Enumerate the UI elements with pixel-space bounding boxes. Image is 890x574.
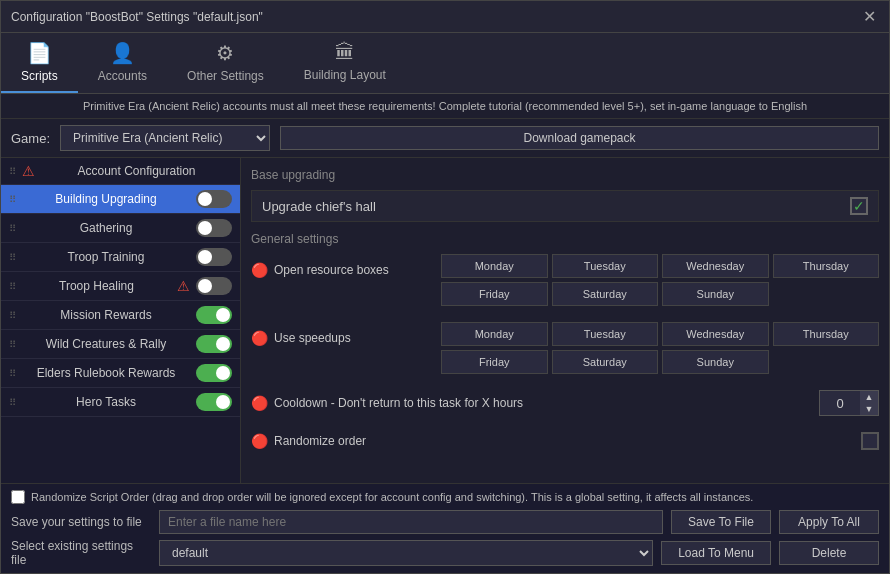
day-empty-speedup: [773, 350, 880, 374]
drag-handle-icon: ⠿: [9, 223, 16, 234]
elders-rulebook-toggle[interactable]: [196, 364, 232, 382]
randomize-script-row: Randomize Script Order (drag and drop or…: [11, 490, 879, 504]
tab-scripts[interactable]: 📄 Scripts: [1, 33, 78, 93]
day-friday-speedup[interactable]: Friday: [441, 350, 548, 374]
drag-handle-icon: ⠿: [9, 166, 16, 177]
speedups-icon: 🔴: [251, 330, 268, 346]
cooldown-input-group: ▲ ▼: [819, 390, 879, 416]
account-config-label: Account Configuration: [41, 164, 232, 178]
tab-accounts-label: Accounts: [98, 69, 147, 83]
apply-to-all-button[interactable]: Apply To All: [779, 510, 879, 534]
resource-boxes-days-row1: Monday Tuesday Wednesday Thursday: [441, 254, 879, 278]
gathering-label: Gathering: [22, 221, 190, 235]
drag-handle-icon: ⠿: [9, 281, 16, 292]
day-sunday[interactable]: Sunday: [662, 282, 769, 306]
randomize-icon: 🔴: [251, 433, 268, 449]
bottom-bar: Randomize Script Order (drag and drop or…: [1, 483, 889, 573]
day-thursday[interactable]: Thursday: [773, 254, 880, 278]
sidebar-item-wild-creatures[interactable]: ⠿ Wild Creatures & Rally: [1, 330, 240, 359]
base-upgrading-title: Base upgrading: [251, 168, 879, 182]
sidebar-item-account-config[interactable]: ⠿ ⚠ Account Configuration: [1, 158, 240, 185]
main-content: ⠿ ⚠ Account Configuration ⠿ Building Upg…: [1, 158, 889, 483]
cooldown-spin-buttons: ▲ ▼: [860, 391, 878, 415]
day-monday[interactable]: Monday: [441, 254, 548, 278]
existing-settings-select[interactable]: default: [159, 540, 653, 566]
day-tuesday-speedup[interactable]: Tuesday: [552, 322, 659, 346]
cooldown-icon: 🔴: [251, 395, 268, 411]
day-wednesday-speedup[interactable]: Wednesday: [662, 322, 769, 346]
upgrade-chiefs-hall-checkbox[interactable]: ✓: [850, 197, 868, 215]
mission-rewards-toggle[interactable]: [196, 306, 232, 324]
cooldown-decrement-button[interactable]: ▼: [860, 403, 878, 415]
close-button[interactable]: ✕: [859, 7, 879, 26]
sidebar-item-troop-healing[interactable]: ⠿ Troop Healing ⚠: [1, 272, 240, 301]
building-upgrading-toggle[interactable]: [196, 190, 232, 208]
gathering-toggle[interactable]: [196, 219, 232, 237]
tab-scripts-label: Scripts: [21, 69, 58, 83]
day-saturday[interactable]: Saturday: [552, 282, 659, 306]
open-resource-boxes-label-col: 🔴 Open resource boxes: [251, 254, 431, 278]
day-thursday-speedup[interactable]: Thursday: [773, 322, 880, 346]
other-settings-icon: ⚙: [216, 41, 234, 65]
tab-building-layout-label: Building Layout: [304, 68, 386, 82]
hero-tasks-toggle[interactable]: [196, 393, 232, 411]
tab-other-settings-label: Other Settings: [187, 69, 264, 83]
day-monday-speedup[interactable]: Monday: [441, 322, 548, 346]
resource-boxes-icon: 🔴: [251, 262, 268, 278]
day-tuesday[interactable]: Tuesday: [552, 254, 659, 278]
open-resource-boxes-label: Open resource boxes: [274, 263, 389, 277]
save-file-label: Save your settings to file: [11, 515, 151, 529]
sidebar-item-troop-training[interactable]: ⠿ Troop Training: [1, 243, 240, 272]
accounts-icon: 👤: [110, 41, 135, 65]
day-saturday-speedup[interactable]: Saturday: [552, 350, 659, 374]
file-rows: Save your settings to file Save To File …: [11, 510, 879, 567]
info-bar: Primitive Era (Ancient Relic) accounts m…: [1, 94, 889, 119]
day-wednesday[interactable]: Wednesday: [662, 254, 769, 278]
wild-creatures-toggle[interactable]: [196, 335, 232, 353]
mission-rewards-label: Mission Rewards: [22, 308, 190, 322]
sidebar-item-mission-rewards[interactable]: ⠿ Mission Rewards: [1, 301, 240, 330]
randomize-script-order-label: Randomize Script Order (drag and drop or…: [31, 491, 753, 503]
warning-icon: ⚠: [177, 278, 190, 294]
download-gamepack-button[interactable]: Download gamepack: [280, 126, 879, 150]
save-filename-input[interactable]: [159, 510, 663, 534]
troop-healing-toggle[interactable]: [196, 277, 232, 295]
randomize-script-order-checkbox[interactable]: [11, 490, 25, 504]
day-friday[interactable]: Friday: [441, 282, 548, 306]
sidebar-item-elders-rulebook[interactable]: ⠿ Elders Rulebook Rewards: [1, 359, 240, 388]
upgrade-row: Upgrade chief's hall ✓: [251, 190, 879, 222]
sidebar-item-hero-tasks[interactable]: ⠿ Hero Tasks: [1, 388, 240, 417]
building-layout-icon: 🏛: [335, 41, 355, 64]
cooldown-increment-button[interactable]: ▲: [860, 391, 878, 403]
cooldown-input[interactable]: [820, 396, 860, 411]
wild-creatures-label: Wild Creatures & Rally: [22, 337, 190, 351]
tab-building-layout[interactable]: 🏛 Building Layout: [284, 33, 406, 93]
delete-button[interactable]: Delete: [779, 541, 879, 565]
use-speedups-row: 🔴 Use speedups Monday Tuesday Wednesday …: [251, 322, 879, 374]
use-speedups-label-col: 🔴 Use speedups: [251, 322, 431, 346]
troop-training-toggle[interactable]: [196, 248, 232, 266]
upgrade-chiefs-hall-label: Upgrade chief's hall: [262, 199, 376, 214]
use-speedups-label: Use speedups: [274, 331, 351, 345]
load-file-label: Select existing settings file: [11, 539, 151, 567]
tab-accounts[interactable]: 👤 Accounts: [78, 33, 167, 93]
day-sunday-speedup[interactable]: Sunday: [662, 350, 769, 374]
right-panel: Base upgrading Upgrade chief's hall ✓ Ge…: [241, 158, 889, 483]
save-file-row: Save your settings to file Save To File …: [11, 510, 879, 534]
cooldown-row: 🔴 Cooldown - Don't return to this task f…: [251, 390, 879, 416]
drag-handle-icon: ⠿: [9, 310, 16, 321]
game-select[interactable]: Primitive Era (Ancient Relic): [60, 125, 270, 151]
warning-icon: ⚠: [22, 163, 35, 179]
hero-tasks-label: Hero Tasks: [22, 395, 190, 409]
tab-other-settings[interactable]: ⚙ Other Settings: [167, 33, 284, 93]
load-to-menu-button[interactable]: Load To Menu: [661, 541, 771, 565]
drag-handle-icon: ⠿: [9, 368, 16, 379]
speedups-days-row1: Monday Tuesday Wednesday Thursday: [441, 322, 879, 346]
drag-handle-icon: ⠿: [9, 339, 16, 350]
randomize-order-checkbox[interactable]: [861, 432, 879, 450]
save-to-file-button[interactable]: Save To File: [671, 510, 771, 534]
sidebar-item-gathering[interactable]: ⠿ Gathering: [1, 214, 240, 243]
game-label: Game:: [11, 131, 50, 146]
drag-handle-icon: ⠿: [9, 194, 16, 205]
sidebar-item-building-upgrading[interactable]: ⠿ Building Upgrading: [1, 185, 240, 214]
